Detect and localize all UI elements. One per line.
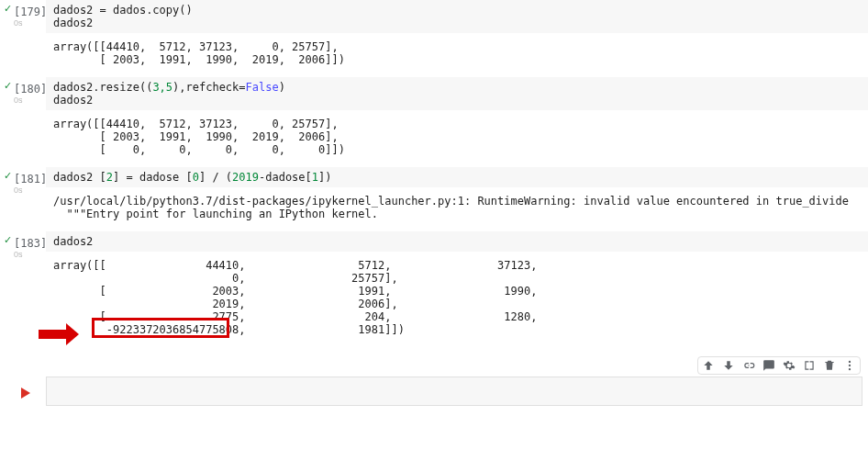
cell-output: /usr/local/lib/python3.7/dist-packages/i…: [46, 187, 868, 228]
code-input[interactable]: dados2: [46, 231, 868, 252]
link-icon[interactable]: [742, 359, 755, 372]
svg-point-2: [849, 368, 851, 370]
move-down-icon[interactable]: [722, 359, 735, 372]
more-vert-icon[interactable]: [843, 359, 856, 372]
trash-icon[interactable]: [823, 359, 836, 372]
code-input[interactable]: dados2 [2] = dadose [0] / (2019-dadose[1…: [46, 167, 868, 187]
run-cell-button[interactable]: [12, 380, 38, 406]
success-checkmark-icon: ✓: [4, 171, 12, 181]
move-up-icon[interactable]: [702, 359, 715, 372]
play-icon: [21, 388, 30, 399]
cell-output: array([[44410, 5712, 37123, 0, 25757], […: [46, 33, 868, 73]
cell-output: array([[44410, 5712, 37123, 0, 25757], […: [46, 110, 868, 163]
code-cell: ✓ [183] 0s dados2 array([[ 44410, 5712, …: [0, 231, 868, 369]
cell-output: array([[ 44410, 5712, 37123, 0, 25757], …: [46, 252, 868, 369]
code-cell: ✓ [179] 0s dados2 = dados.copy() dados2 …: [0, 0, 868, 73]
code-input[interactable]: dados2 = dados.copy() dados2: [46, 0, 868, 33]
svg-point-0: [849, 361, 851, 363]
code-cell: ✓ [180] 0s dados2.resize((3,5),refcheck=…: [0, 77, 868, 163]
code-input-empty[interactable]: [46, 377, 862, 406]
gear-icon[interactable]: [783, 359, 796, 372]
mirror-icon[interactable]: [803, 359, 816, 372]
code-cell: ✓ [181] 0s dados2 [2] = dadose [0] / (20…: [0, 167, 868, 228]
success-checkmark-icon: ✓: [4, 4, 12, 14]
success-checkmark-icon: ✓: [4, 81, 12, 91]
active-code-cell: [0, 377, 868, 406]
svg-point-1: [849, 365, 851, 366]
code-input[interactable]: dados2.resize((3,5),refcheck=False) dado…: [46, 77, 868, 110]
success-checkmark-icon: ✓: [4, 235, 12, 245]
comment-icon[interactable]: [762, 359, 775, 372]
cell-toolbar: [697, 356, 861, 375]
